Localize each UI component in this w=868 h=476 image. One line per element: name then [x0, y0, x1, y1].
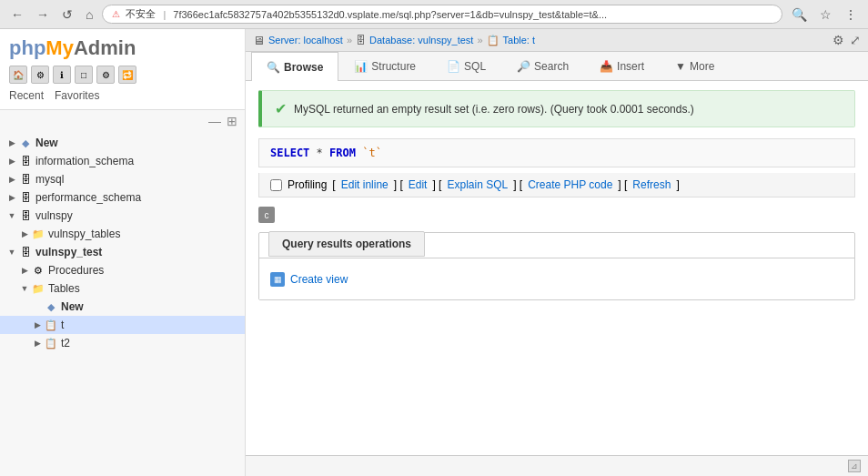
pma-logo-text: phpMyAdmin — [9, 36, 136, 60]
sql-query-box: SELECT * FROM `t` — [258, 138, 855, 167]
settings-icon-btn[interactable]: ⚙ — [31, 66, 49, 84]
sidebar-icons: 🏠 ⚙ ℹ □ ⚙ 🔁 — [9, 66, 236, 84]
tree-item-t2[interactable]: ▶ 📋 t2 — [0, 334, 245, 352]
collapse-main-button[interactable]: ⤢ — [850, 33, 861, 47]
content-area: ✔ MySQL returned an empty result set (i.… — [246, 81, 868, 455]
expander-icon: ▶ — [5, 155, 18, 167]
tree-item-procedures[interactable]: ▶ ⚙ Procedures — [0, 261, 245, 279]
sidebar-header: phpMyAdmin 🏠 ⚙ ℹ □ ⚙ 🔁 Recent Favorites — [0, 29, 245, 110]
expander-icon: ▶ — [18, 228, 31, 240]
profiling-sep1: [ — [332, 178, 335, 191]
home-button[interactable]: ⌂ — [82, 5, 96, 24]
tab-insert-label: Insert — [617, 60, 644, 73]
tree-label: Tables — [48, 282, 80, 295]
tab-structure-label: Structure — [371, 60, 416, 73]
collapse-btn[interactable]: — — [208, 114, 221, 128]
profiling-sep6: ] — [676, 178, 679, 191]
db-link[interactable]: Database: vulnspy_test — [369, 35, 473, 46]
procedures-icon: ⚙ — [31, 263, 45, 278]
tree-label: vulnspy_tables — [48, 228, 120, 240]
tree-item-vulnspy-tables[interactable]: ▶ 📁 vulnspy_tables — [0, 225, 245, 243]
query-results-header: Query results operations — [268, 231, 425, 257]
tree-label: vulnspy — [35, 209, 73, 222]
home-icon-btn[interactable]: 🏠 — [9, 66, 27, 84]
tree-item-vulnspy-test[interactable]: ▼ 🗄 vulnspy_test — [0, 243, 245, 261]
tab-browse[interactable]: 🔍 Browse — [251, 52, 338, 81]
tree-label: t — [61, 319, 64, 331]
expander-icon: ▼ — [5, 209, 18, 222]
top-bar-actions: ⚙ ⤢ — [833, 33, 861, 47]
browser-search-button[interactable]: 🔍 — [788, 5, 811, 24]
favorites-link[interactable]: Favorites — [55, 89, 99, 102]
tab-sql[interactable]: 📄 SQL — [431, 52, 501, 80]
create-php-link[interactable]: Create PHP code — [528, 178, 612, 191]
db-icon: 🗄 — [18, 245, 33, 259]
tree-item-table-new[interactable]: ◆ New — [0, 298, 245, 316]
settings-button[interactable]: ⚙ — [833, 33, 844, 47]
sql-table-name: `t` — [362, 147, 382, 159]
db-icon: 🗄 — [18, 154, 33, 168]
profiling-checkbox[interactable] — [270, 179, 282, 191]
app-container: phpMyAdmin 🏠 ⚙ ℹ □ ⚙ 🔁 Recent Favorites … — [0, 29, 868, 476]
query-results-body: ▦ Create view — [259, 258, 854, 299]
edit-link[interactable]: Edit — [409, 178, 428, 191]
expander-icon: ▶ — [18, 264, 31, 277]
tab-more[interactable]: ▼ More — [660, 52, 730, 80]
more-tab-icon: ▼ — [675, 60, 686, 73]
bookmark-button[interactable]: ☆ — [816, 5, 835, 24]
explain-sql-link[interactable]: Explain SQL — [447, 178, 508, 191]
placeholder-icon-btn1[interactable]: □ — [75, 66, 93, 84]
browse-tab-icon: 🔍 — [267, 61, 280, 74]
tree-item-performance-schema[interactable]: ▶ 🗄 performance_schema — [0, 188, 245, 207]
sidebar: phpMyAdmin 🏠 ⚙ ℹ □ ⚙ 🔁 Recent Favorites … — [0, 29, 246, 476]
tree-label: New — [61, 300, 84, 313]
address-text: 7f366ec1afc5832757a402b5355132d0.vsplate… — [173, 9, 607, 20]
structure-tab-icon: 📊 — [354, 60, 368, 73]
tree-item-tables[interactable]: ▼ 📁 Tables — [0, 279, 245, 298]
create-view-button[interactable]: ▦ Create view — [270, 272, 348, 287]
refresh-link[interactable]: Refresh — [632, 178, 671, 191]
resize-handle[interactable]: ⊿ — [848, 460, 861, 472]
db-icon: 🗄 — [18, 172, 33, 187]
expand-btn[interactable]: ⊞ — [227, 114, 237, 128]
table-link[interactable]: Table: t — [503, 35, 535, 46]
placeholder-icon-btn2[interactable]: ⚙ — [96, 66, 115, 84]
tab-search[interactable]: 🔎 Search — [501, 52, 584, 80]
recent-link[interactable]: Recent — [9, 89, 44, 102]
sql-keyword-from: FROM — [329, 147, 356, 159]
forward-button[interactable]: → — [33, 5, 53, 24]
lock-icon: ⚠ — [112, 9, 120, 19]
tree-label: mysql — [35, 173, 64, 186]
reload-button[interactable]: ↺ — [58, 5, 76, 24]
c-badge: c — [258, 207, 275, 223]
profiling-sep5: ] [ — [618, 178, 627, 191]
placeholder-icon-btn3[interactable]: 🔁 — [118, 66, 136, 84]
main-content: 🖥 Server: localhost » 🗄 Database: vulnsp… — [246, 29, 868, 476]
expander-icon: ▼ — [18, 282, 31, 295]
address-bar[interactable]: ⚠ 不安全 | 7f366ec1afc5832757a402b5355132d0… — [102, 5, 782, 24]
edit-inline-link[interactable]: Edit inline — [341, 178, 389, 191]
server-link[interactable]: Server: localhost — [268, 35, 343, 46]
tree-item-new[interactable]: ▶ ◆ New — [0, 134, 245, 152]
tree-item-vulnspy[interactable]: ▼ 🗄 vulnspy — [0, 207, 245, 225]
pma-php: php — [9, 36, 45, 59]
tab-insert[interactable]: 📥 Insert — [584, 52, 660, 80]
expander-icon: ▶ — [5, 137, 18, 149]
info-icon-btn[interactable]: ℹ — [53, 66, 71, 84]
tree-label: Procedures — [48, 264, 104, 277]
back-button[interactable]: ← — [7, 5, 27, 24]
query-results-section: Query results operations ▦ Create view — [258, 232, 855, 300]
tree-item-information-schema[interactable]: ▶ 🗄 information_schema — [0, 152, 245, 170]
browser-menu-button[interactable]: ⋮ — [841, 5, 861, 24]
create-view-icon: ▦ — [270, 272, 285, 287]
breadcrumb: 🖥 Server: localhost » 🗄 Database: vulnsp… — [253, 34, 827, 47]
tab-more-label: More — [690, 60, 714, 73]
tab-structure[interactable]: 📊 Structure — [338, 52, 431, 80]
tree-item-t[interactable]: ▶ 📋 t — [0, 316, 245, 334]
tree-item-mysql[interactable]: ▶ 🗄 mysql — [0, 170, 245, 188]
browser-chrome: ← → ↺ ⌂ ⚠ 不安全 | 7f366ec1afc5832757a402b5… — [0, 0, 868, 29]
profiling-sep2: ] [ — [394, 178, 403, 191]
profiling-sep4: ] [ — [513, 178, 522, 191]
success-text: MySQL returned an empty result set (i.e.… — [294, 103, 694, 116]
top-bar: 🖥 Server: localhost » 🗄 Database: vulnsp… — [246, 29, 868, 52]
